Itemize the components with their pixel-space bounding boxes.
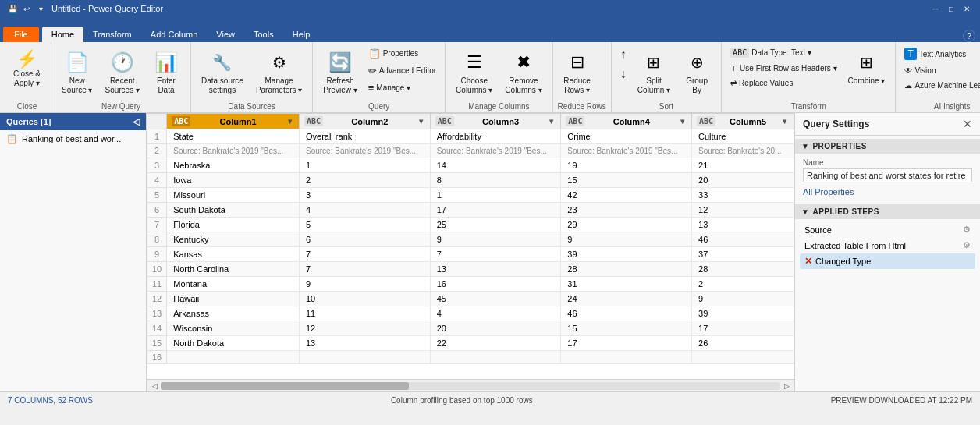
h-scroll-area[interactable]: ◁ ▷ [147,379,794,391]
sidebar-item-query[interactable]: 📋 Ranking of best and wor... [0,130,146,147]
manage-parameters-button[interactable]: ⚙ ManageParameters ▾ [250,45,307,98]
all-properties-link[interactable]: All Properties [795,187,980,201]
cell-r4-c3: 8 [430,173,561,188]
step-extracted-gear[interactable]: ⚙ [963,240,971,250]
col-header-4[interactable]: ABC Column4 ▾ [561,114,692,129]
section-arrow-steps: ▼ [801,207,809,216]
tab-add-column[interactable]: Add Column [141,27,208,42]
vision-button[interactable]: 👁 Vision [900,64,980,77]
cell-r14-c4: 15 [561,321,692,336]
h-scroll-track[interactable] [161,382,780,390]
table-row: 9Kansas773937 [147,247,794,262]
data-type-button[interactable]: ABC Data Type: Text ▾ [726,45,840,60]
sort-asc-button[interactable]: ↑ [616,45,630,64]
cell-r15-c4: 17 [561,336,692,351]
window-close-btn[interactable]: ✕ [960,2,974,16]
replace-values-button[interactable]: ⇄ Replace Values [726,76,840,90]
row-num-15: 15 [147,336,167,351]
table-container[interactable]: ABC Column1 ▾ ABC Column2 ▾ [147,113,794,379]
sort-desc-button[interactable]: ↓ [616,65,630,83]
azure-ml-button[interactable]: ☁ Azure Machine Learning [900,79,980,92]
col3-filter-btn[interactable]: ▾ [547,116,556,126]
enter-data-label: EnterData [157,76,176,95]
col-header-5[interactable]: ABC Column5 ▾ [692,114,794,129]
col1-filter-btn[interactable]: ▾ [286,116,294,126]
reduce-rows-button[interactable]: ⊟ ReduceRows ▾ [558,45,597,98]
tab-help[interactable]: Help [283,27,320,42]
cell-r9-c3: 7 [430,247,561,262]
h-scroll-thumb[interactable] [161,382,409,390]
tab-file[interactable]: File [3,27,39,42]
cell-r5-c5: 33 [692,188,794,203]
col-header-2[interactable]: ABC Column2 ▾ [299,114,430,129]
cell-r3-c2: 1 [299,158,430,173]
right-panel: Query Settings ✕ ▼ PROPERTIES Name All P… [794,113,980,391]
cell-r11-c4: 31 [561,277,692,292]
cell-r10-c4: 28 [561,262,692,277]
group-by-button[interactable]: ⊕ GroupBy [677,45,716,98]
table-row: 5Missouri314233 [147,188,794,203]
right-panel-header: Query Settings ✕ [795,113,980,136]
maximize-btn[interactable]: □ [944,2,958,16]
qa-save-btn[interactable]: 💾 [6,2,19,15]
close-apply-button[interactable]: ⚡ Close &Apply ▾ [8,45,46,92]
manage-parameters-icon: ⚙ [265,48,293,76]
sidebar-title: Queries [1] [6,117,51,126]
text-analytics-button[interactable]: T Text Analytics [900,45,980,62]
help-icon[interactable]: ? [963,30,975,42]
step-changed-type[interactable]: ✕ Changed Type [800,253,975,269]
data-type-label: Data Type: Text ▾ [751,48,811,57]
col5-type-icon: ABC [697,116,715,126]
step-source[interactable]: Source ⚙ [800,222,975,237]
col-header-1[interactable]: ABC Column1 ▾ [167,114,300,129]
col5-filter-btn[interactable]: ▾ [780,116,789,126]
ribbon-group-new-query-label: New Query [56,100,186,111]
recent-sources-button[interactable]: 🕐 RecentSources ▾ [99,45,144,98]
col4-filter-btn[interactable]: ▾ [678,116,687,126]
step-source-label: Source [804,225,832,235]
col2-filter-btn[interactable]: ▾ [417,116,425,126]
col3-type-icon: ABC [435,116,454,126]
ribbon-group-new-query-content: 📄 NewSource ▾ 🕐 RecentSources ▾ 📊 EnterD… [56,45,186,98]
new-source-button[interactable]: 📄 NewSource ▾ [56,45,98,98]
properties-button[interactable]: 📋 Properties [364,45,440,62]
remove-columns-button[interactable]: ✖ RemoveColumns ▾ [499,45,547,98]
split-column-button[interactable]: ⊞ SplitColumn ▾ [632,45,676,98]
step-changed-delete[interactable]: ✕ [804,256,812,267]
col-header-3[interactable]: ABC Column3 ▾ [430,114,561,129]
col4-name: Column4 [587,117,676,126]
right-panel-close-btn[interactable]: ✕ [963,118,972,130]
status-profiling-info: Column profiling based on top 1000 rows [391,396,533,405]
sort-asc-icon: ↑ [620,48,627,62]
table-row: 6South Dakota4172312 [147,203,794,218]
qa-undo-btn[interactable]: ↩ [20,2,33,15]
tab-view[interactable]: View [207,27,244,42]
cell-r15-c5: 26 [692,336,794,351]
sidebar-collapse-btn[interactable]: ◁ [133,116,140,127]
combine-button[interactable]: ⊞ Combine ▾ [843,45,891,89]
tab-transform[interactable]: Transform [83,27,141,42]
manage-button[interactable]: ≡ Manage ▾ [364,80,440,96]
enter-data-button[interactable]: 📊 EnterData [147,45,186,98]
tab-tools[interactable]: Tools [244,27,283,42]
row-num-14: 14 [147,321,167,336]
use-first-row-button[interactable]: ⊤ Use First Row as Headers ▾ [726,62,840,75]
cell-r7-c5: 13 [692,218,794,232]
minimize-btn[interactable]: ─ [929,2,943,16]
refresh-preview-button[interactable]: 🔄 RefreshPreview ▾ [318,45,362,98]
advanced-editor-icon: ✏ [368,65,377,76]
cell-r15-c3: 22 [430,336,561,351]
h-scroll-left-btn[interactable]: ◁ [148,380,161,392]
choose-columns-button[interactable]: ☰ ChooseColumns ▾ [450,45,498,98]
h-scroll-right-btn[interactable]: ▷ [780,380,793,392]
advanced-editor-button[interactable]: ✏ Advanced Editor [364,62,440,79]
qa-dropdown-btn[interactable]: ▾ [34,2,47,15]
table-row: 7Florida5252913 [147,218,794,232]
tab-home[interactable]: Home [42,27,83,42]
enter-data-icon: 📊 [152,48,180,76]
step-extracted-table[interactable]: Extracted Table From Html ⚙ [800,238,975,253]
data-source-settings-button[interactable]: 🔧 Data sourcesettings [196,45,249,98]
ai-stack: T Text Analytics 👁 Vision ☁ Azure Machin… [900,45,980,92]
query-name-input[interactable] [803,168,972,182]
step-source-gear[interactable]: ⚙ [963,225,971,235]
